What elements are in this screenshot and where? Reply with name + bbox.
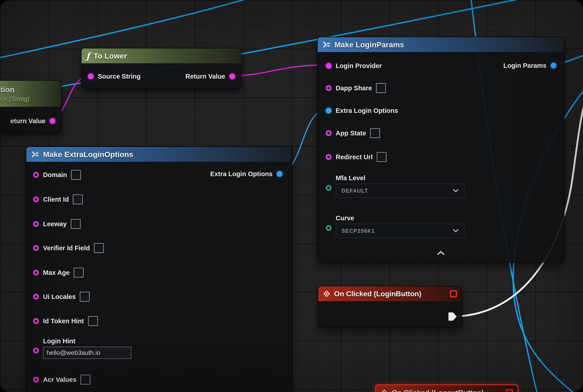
pin-row-domain: Domain [33, 170, 81, 180]
pin-row-login-hint: Login Hint [33, 338, 131, 359]
pin-return-value-out[interactable] [229, 74, 235, 79]
node-header[interactable]: tion ox (String) [0, 81, 61, 107]
pin-login-provider[interactable] [326, 63, 332, 69]
pin-label: App State [336, 130, 366, 137]
delegate-box-icon[interactable] [506, 389, 513, 392]
node-title-fragment: tion [0, 85, 14, 94]
pin-login-hint[interactable] [33, 348, 39, 354]
node-header[interactable]: On Clicked (LogoutButton) [376, 385, 518, 392]
node-title: Make LoginParams [334, 40, 404, 49]
node-to-lower[interactable]: ƒ To Lower Source String Return Value [81, 48, 242, 88]
wire-magenta-tolower-to-provider [228, 65, 327, 76]
pin-label: Redirect Url [336, 154, 372, 161]
pin-row-max-age: Max Age [33, 267, 84, 278]
checkbox-leeway[interactable] [71, 219, 81, 229]
pin-label: Mfa Level [336, 174, 464, 182]
pin-label: Acr Values [43, 376, 76, 384]
dropdown-value: DEFAULT [342, 188, 368, 194]
node-title: On Clicked (LoginButton) [334, 290, 422, 298]
pin-extra-login-options-out[interactable] [277, 171, 282, 177]
pin-row-return-value: eturn Value [10, 116, 56, 126]
pin-app-state[interactable] [326, 130, 332, 136]
pin-label: Leeway [43, 220, 67, 228]
pin-row-verifier-id-field: Verifier Id Field [33, 243, 104, 254]
event-diamond-icon [323, 290, 330, 298]
node-header[interactable]: Make LoginParams [318, 37, 564, 52]
pin-label: Source String [98, 73, 140, 80]
pin-row-acr-values: Acr Values [33, 374, 90, 385]
pin-id-token-hint[interactable] [33, 318, 39, 324]
checkbox-domain[interactable] [71, 170, 81, 180]
checkbox-app-state[interactable] [370, 128, 380, 138]
pin-label: eturn Value [10, 117, 46, 125]
node-make-extraloginoptions[interactable]: Make ExtraLoginOptions Extra Login Optio… [26, 146, 292, 392]
pin-row-login-provider: Login Provider [326, 60, 382, 71]
pin-redirect-url[interactable] [326, 154, 332, 160]
pin-row-mfa-level: Mfa Level DEFAULT [326, 174, 464, 198]
checkbox-verifier-id-field[interactable] [94, 243, 104, 253]
chevron-down-icon [453, 229, 459, 233]
checkbox-id-token-hint[interactable] [88, 316, 98, 326]
node-make-loginparams[interactable]: Make LoginParams Login Provider Login Pa… [317, 37, 564, 262]
pin-max-age[interactable] [33, 270, 39, 276]
pin-leeway[interactable] [33, 221, 39, 227]
pin-label: Domain [43, 171, 67, 179]
pin-label: Curve [336, 214, 464, 222]
pin-source-string[interactable] [88, 74, 94, 79]
pin-extra-login-options-in[interactable] [326, 108, 332, 114]
pin-label: Verifier Id Field [43, 244, 90, 252]
pin-label: Login Params [503, 62, 546, 70]
node-onclicked-logoutbutton[interactable]: On Clicked (LogoutButton) [375, 384, 518, 392]
node-header[interactable]: Make ExtraLoginOptions [26, 147, 292, 162]
blueprint-graph-canvas[interactable]: tion ox (String) eturn Value ƒ To Lower … [0, 0, 583, 392]
node-subtitle-fragment: ox (String) [0, 95, 30, 102]
pin-login-params-out[interactable] [550, 63, 556, 68]
pin-verifier-id-field[interactable] [33, 245, 39, 251]
pin-row-app-state: App State [326, 128, 380, 138]
pin-dapp-share[interactable] [326, 85, 332, 91]
exec-pin-out[interactable] [448, 312, 458, 321]
node-title: To Lower [94, 52, 127, 60]
login-hint-input[interactable] [43, 347, 131, 359]
checkbox-max-age[interactable] [74, 268, 84, 278]
pin-curve[interactable] [326, 225, 332, 231]
checkbox-redirect-url[interactable] [377, 152, 386, 162]
pin-row-leeway: Leeway [33, 218, 81, 229]
pin-row-ui-locales: Ui Locales [33, 291, 90, 302]
checkbox-ui-locales[interactable] [80, 292, 90, 302]
node-title: Make ExtraLoginOptions [43, 150, 133, 159]
pin-row-return-value: Return Value [186, 71, 235, 82]
node-header[interactable]: ƒ To Lower [82, 48, 241, 63]
chevron-up-icon [437, 251, 445, 255]
pin-mfa-level[interactable] [326, 185, 332, 191]
checkbox-client-id[interactable] [73, 194, 83, 204]
pin-label: Max Age [43, 269, 70, 276]
chevron-down-icon [453, 189, 459, 192]
node-header[interactable]: On Clicked (LoginButton) [318, 286, 462, 301]
pin-label: Dapp Share [336, 84, 372, 92]
checkbox-dapp-share[interactable] [376, 83, 386, 93]
pin-domain[interactable] [33, 172, 39, 178]
pin-row-curve: Curve SECP256K1 [326, 214, 464, 238]
node-partial-left[interactable]: tion ox (String) eturn Value [0, 80, 62, 132]
pin-label: Client Id [43, 196, 69, 203]
curve-dropdown[interactable]: SECP256K1 [336, 224, 464, 238]
pin-acr-values[interactable] [33, 377, 39, 382]
pin-label: Extra Login Options [210, 170, 272, 178]
dropdown-value: SECP256K1 [342, 228, 375, 234]
pin-ui-locales[interactable] [33, 294, 39, 300]
make-struct-icon [31, 151, 40, 158]
pin-row-login-params-out: Login Params [503, 60, 556, 71]
pin-label: Return Value [186, 73, 225, 80]
pin-row-extra-login-options-out: Extra Login Options [210, 168, 282, 179]
delegate-box-icon[interactable] [450, 290, 457, 298]
pin-return-value-out[interactable] [50, 118, 56, 124]
checkbox-acr-values[interactable] [80, 375, 90, 384]
node-onclicked-loginbutton[interactable]: On Clicked (LoginButton) [318, 286, 462, 328]
mfa-level-dropdown[interactable]: DEFAULT [336, 184, 464, 198]
collapse-chevron[interactable] [318, 251, 564, 255]
pin-client-id[interactable] [33, 196, 39, 202]
pin-label: Ui Locales [43, 293, 76, 300]
pin-row-id-token-hint: Id Token Hint [33, 316, 98, 326]
pin-row-source-string: Source String [88, 71, 140, 82]
